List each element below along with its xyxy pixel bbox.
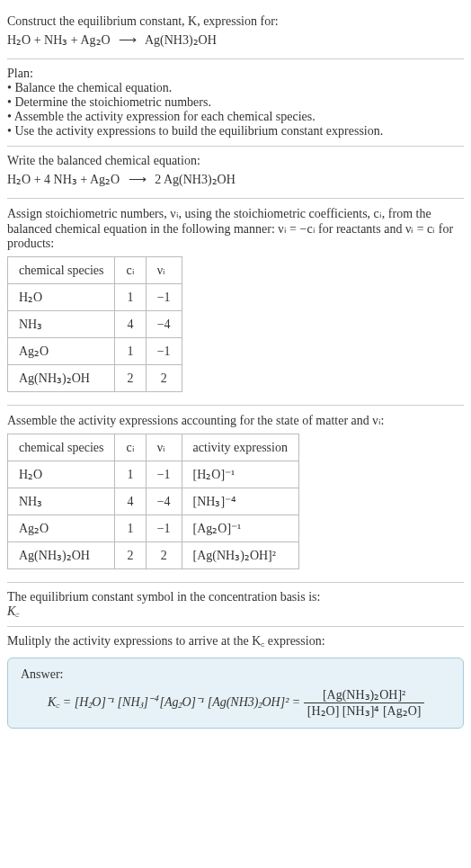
activity-table: chemical species cᵢ νᵢ activity expressi… <box>7 434 299 569</box>
cell-c: 4 <box>115 311 146 338</box>
cell-species: NH₃ <box>8 311 115 338</box>
fraction-denominator: [H₂O] [NH₃]⁴ [Ag₂O] <box>304 703 425 719</box>
stoich-section: Assign stoichiometric numbers, νᵢ, using… <box>7 199 464 406</box>
cell-v: −1 <box>146 515 182 542</box>
table-row: NH₃ 4 −4 <box>8 311 182 338</box>
eq-lhs: H₂O + NH₃ + Ag₂O <box>7 33 111 47</box>
plan-bullet-1: • Balance the chemical equation. <box>7 81 464 95</box>
table-row: Ag(NH₃)₂OH 2 2 <box>8 365 182 392</box>
cell-species: H₂O <box>8 461 115 488</box>
arrow-icon: ⟶ <box>113 33 142 47</box>
cell-expr: [H₂O]⁻¹ <box>182 461 298 488</box>
balanced-rhs: 2 Ag(NH3)₂OH <box>155 173 236 186</box>
col-v: νᵢ <box>146 434 182 461</box>
plan-bullet-2: • Determine the stoichiometric numbers. <box>7 95 464 110</box>
prompt-section: Construct the equilibrium constant, K, e… <box>7 7 464 59</box>
eq-rhs: Ag(NH3)₂OH <box>145 33 217 47</box>
answer-expression: K꜀ = [H₂O]⁻¹ [NH₃]⁻⁴ [Ag₂O]⁻¹ [Ag(NH3)₂O… <box>21 687 450 719</box>
cell-v: −1 <box>146 338 182 365</box>
cell-species: Ag(NH₃)₂OH <box>8 542 115 569</box>
cell-species: Ag(NH₃)₂OH <box>8 365 115 392</box>
prompt-equation: H₂O + NH₃ + Ag₂O ⟶ Ag(NH3)₂OH <box>7 29 464 51</box>
cell-v: 2 <box>146 365 182 392</box>
col-species: chemical species <box>8 257 115 284</box>
arrow-icon: ⟶ <box>123 173 152 186</box>
cell-expr: [NH₃]⁻⁴ <box>182 488 298 515</box>
col-v: νᵢ <box>146 257 182 284</box>
table-row: NH₃ 4 −4 [NH₃]⁻⁴ <box>8 488 299 515</box>
cell-v: −1 <box>146 461 182 488</box>
cell-c: 2 <box>115 542 146 569</box>
table-row: Ag(NH₃)₂OH 2 2 [Ag(NH₃)₂OH]² <box>8 542 299 569</box>
plan-section: Plan: • Balance the chemical equation. •… <box>7 59 464 147</box>
cell-c: 2 <box>115 365 146 392</box>
plan-title: Plan: <box>7 67 464 81</box>
col-c: cᵢ <box>115 257 146 284</box>
table-row: Ag₂O 1 −1 [Ag₂O]⁻¹ <box>8 515 299 542</box>
table-header-row: chemical species cᵢ νᵢ <box>8 257 182 284</box>
cell-c: 1 <box>115 461 146 488</box>
stoich-table: chemical species cᵢ νᵢ H₂O 1 −1 NH₃ 4 −4… <box>7 256 182 392</box>
balanced-title: Write the balanced chemical equation: <box>7 154 464 168</box>
col-expr: activity expression <box>182 434 298 461</box>
kc-symbol: K꜀ <box>7 604 464 619</box>
stoich-intro: Assign stoichiometric numbers, νᵢ, using… <box>7 206 464 251</box>
cell-c: 1 <box>115 515 146 542</box>
answer-lhs: K꜀ = [H₂O]⁻¹ [NH₃]⁻⁴ [Ag₂O]⁻¹ [Ag(NH3)₂O… <box>48 695 300 709</box>
prompt-text: Construct the equilibrium constant, K, e… <box>7 14 279 28</box>
cell-expr: [Ag₂O]⁻¹ <box>182 515 298 542</box>
answer-box: Answer: K꜀ = [H₂O]⁻¹ [NH₃]⁻⁴ [Ag₂O]⁻¹ [A… <box>7 658 464 729</box>
cell-v: −1 <box>146 284 182 311</box>
table-header-row: chemical species cᵢ νᵢ activity expressi… <box>8 434 299 461</box>
cell-c: 1 <box>115 338 146 365</box>
answer-label: Answer: <box>21 667 450 682</box>
cell-c: 4 <box>115 488 146 515</box>
prompt-line1: Construct the equilibrium constant, K, e… <box>7 14 464 29</box>
cell-v: −4 <box>146 311 182 338</box>
cell-species: Ag₂O <box>8 338 115 365</box>
cell-v: −4 <box>146 488 182 515</box>
balanced-section: Write the balanced chemical equation: H₂… <box>7 147 464 199</box>
balanced-lhs: H₂O + 4 NH₃ + Ag₂O <box>7 173 120 186</box>
symbol-section: The equilibrium constant symbol in the c… <box>7 583 464 627</box>
table-row: H₂O 1 −1 [H₂O]⁻¹ <box>8 461 299 488</box>
cell-species: NH₃ <box>8 488 115 515</box>
plan-bullet-4: • Use the activity expressions to build … <box>7 124 464 139</box>
activity-section: Assemble the activity expressions accoun… <box>7 406 464 583</box>
cell-species: H₂O <box>8 284 115 311</box>
plan-bullet-3: • Assemble the activity expression for e… <box>7 110 464 124</box>
multiply-intro: Mulitply the activity expressions to arr… <box>7 634 464 649</box>
symbol-intro: The equilibrium constant symbol in the c… <box>7 590 464 604</box>
fraction-numerator: [Ag(NH₃)₂OH]² <box>304 687 425 703</box>
activity-intro: Assemble the activity expressions accoun… <box>7 413 464 428</box>
col-species: chemical species <box>8 434 115 461</box>
table-row: H₂O 1 −1 <box>8 284 182 311</box>
balanced-equation: H₂O + 4 NH₃ + Ag₂O ⟶ 2 Ag(NH3)₂OH <box>7 168 464 191</box>
multiply-section: Mulitply the activity expressions to arr… <box>7 627 464 652</box>
cell-expr: [Ag(NH₃)₂OH]² <box>182 542 298 569</box>
answer-fraction: [Ag(NH₃)₂OH]² [H₂O] [NH₃]⁴ [Ag₂O] <box>304 687 425 719</box>
table-row: Ag₂O 1 −1 <box>8 338 182 365</box>
cell-species: Ag₂O <box>8 515 115 542</box>
cell-c: 1 <box>115 284 146 311</box>
col-c: cᵢ <box>115 434 146 461</box>
cell-v: 2 <box>146 542 182 569</box>
